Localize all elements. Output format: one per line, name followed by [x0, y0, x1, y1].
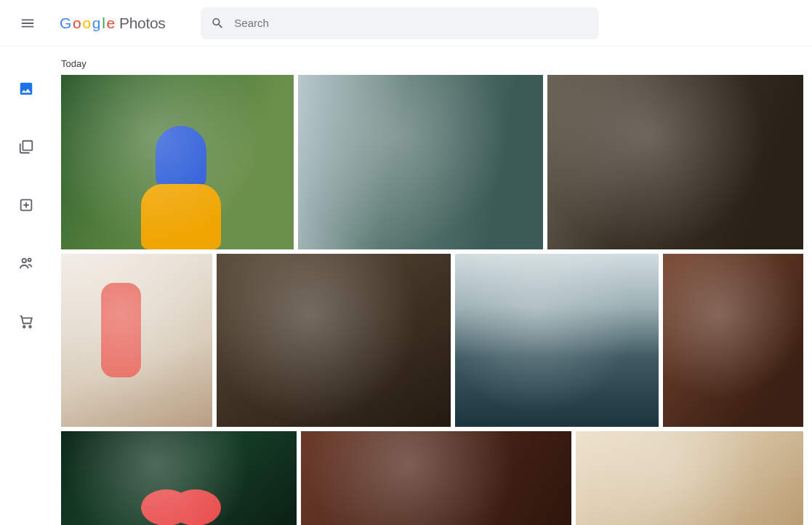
- photo-content: Today: [52, 47, 812, 525]
- main-menu-button[interactable]: [12, 7, 44, 39]
- photo-thumbnail[interactable]: [61, 75, 294, 249]
- photo-thumbnail[interactable]: [455, 254, 659, 427]
- nav-albums[interactable]: [12, 132, 41, 161]
- image-icon: [18, 81, 34, 97]
- photo-thumbnail[interactable]: [301, 431, 571, 525]
- photo-grid: [61, 75, 803, 525]
- svg-rect-0: [23, 141, 32, 151]
- photo-thumbnail[interactable]: [663, 254, 803, 427]
- nav-photos[interactable]: [12, 74, 41, 103]
- search-bar[interactable]: [201, 7, 599, 39]
- search-icon: [211, 16, 225, 31]
- search-input[interactable]: [234, 17, 588, 29]
- left-nav: [0, 47, 52, 525]
- product-name: Photos: [119, 15, 166, 32]
- hamburger-icon: [20, 15, 36, 31]
- photo-thumbnail[interactable]: [298, 75, 543, 249]
- photo-thumbnail[interactable]: [61, 254, 212, 427]
- google-photos-logo[interactable]: Google Photos: [60, 15, 166, 32]
- date-section-label: Today: [61, 58, 803, 69]
- photo-thumbnail[interactable]: [217, 254, 451, 427]
- cart-icon: [18, 313, 34, 329]
- photo-thumbnail[interactable]: [547, 75, 803, 249]
- photo-thumbnail[interactable]: [576, 431, 803, 525]
- photo-thumbnail[interactable]: [61, 431, 297, 525]
- add-box-icon: [18, 197, 34, 213]
- svg-point-5: [29, 326, 31, 328]
- nav-sharing[interactable]: [12, 249, 41, 278]
- svg-point-3: [28, 258, 31, 261]
- nav-create[interactable]: [12, 191, 41, 220]
- people-icon: [18, 255, 34, 271]
- svg-point-2: [23, 259, 27, 263]
- collections-icon: [18, 139, 34, 155]
- nav-print-store[interactable]: [12, 307, 41, 336]
- svg-point-4: [23, 326, 25, 328]
- app-header: Google Photos: [0, 0, 812, 47]
